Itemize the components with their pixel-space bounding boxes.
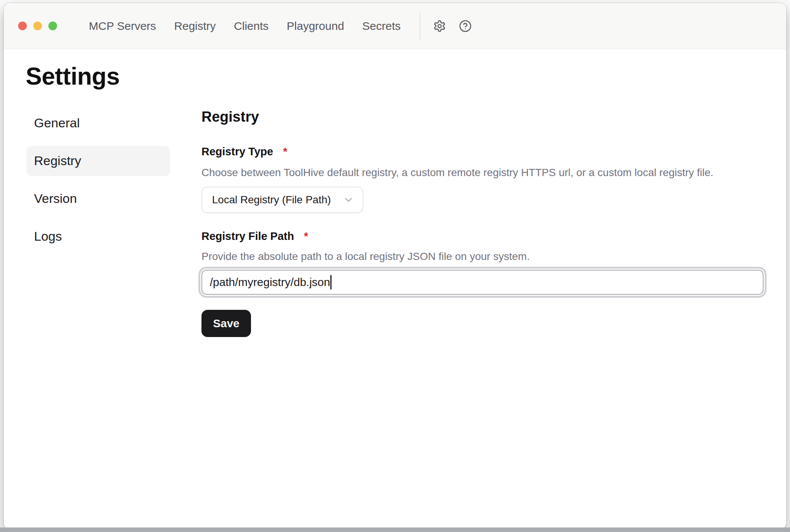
nav-item-secrets[interactable]: Secrets [362, 20, 401, 32]
registry-type-select[interactable]: Local Registry (File Path) [201, 187, 363, 213]
help-circle-icon[interactable] [459, 20, 472, 32]
close-window-button[interactable] [18, 22, 27, 30]
settings-gear-icon[interactable] [433, 20, 446, 32]
sidebar-item-registry[interactable]: Registry [26, 146, 170, 176]
titlebar-icons [433, 20, 472, 32]
window-controls [18, 22, 57, 30]
file-path-label: Registry File Path [201, 230, 294, 243]
settings-sidebar: General Registry Version Logs [26, 108, 170, 337]
minimize-window-button[interactable] [33, 22, 42, 30]
registry-type-label-row: Registry Type * [201, 145, 764, 158]
settings-page: Settings General Registry Version Logs R… [4, 49, 786, 529]
nav-item-mcp-servers[interactable]: MCP Servers [89, 20, 156, 32]
registry-type-description: Choose between ToolHive default registry… [201, 165, 764, 180]
registry-type-selected-value: Local Registry (File Path) [212, 194, 331, 206]
nav-item-registry[interactable]: Registry [174, 20, 216, 32]
nav-item-clients[interactable]: Clients [234, 20, 269, 32]
file-path-description: Provide the absolute path to a local reg… [201, 249, 764, 264]
titlebar: MCP Servers Registry Clients Playground … [4, 3, 786, 49]
section-heading: Registry [201, 108, 764, 125]
registry-settings-panel: Registry Registry Type * Choose between … [201, 108, 764, 337]
registry-type-label: Registry Type [201, 145, 273, 158]
file-path-label-row: Registry File Path * [201, 230, 764, 243]
file-path-input-value: /path/myregistry/db.json [210, 276, 330, 289]
sidebar-item-version[interactable]: Version [26, 184, 170, 214]
file-path-input[interactable]: /path/myregistry/db.json [201, 270, 764, 295]
save-button[interactable]: Save [201, 310, 251, 337]
text-cursor [330, 275, 331, 289]
zoom-window-button[interactable] [48, 22, 57, 30]
nav-item-playground[interactable]: Playground [287, 20, 344, 32]
app-window: MCP Servers Registry Clients Playground … [4, 3, 786, 529]
chevron-down-icon [343, 194, 354, 206]
page-title: Settings [26, 63, 764, 91]
sidebar-item-logs[interactable]: Logs [26, 221, 170, 252]
required-asterisk: * [304, 230, 308, 243]
titlebar-divider [420, 12, 420, 40]
desktop-background-strip [0, 527, 790, 532]
required-asterisk: * [283, 145, 287, 158]
main-nav: MCP Servers Registry Clients Playground … [89, 20, 401, 32]
sidebar-item-general[interactable]: General [26, 108, 170, 138]
